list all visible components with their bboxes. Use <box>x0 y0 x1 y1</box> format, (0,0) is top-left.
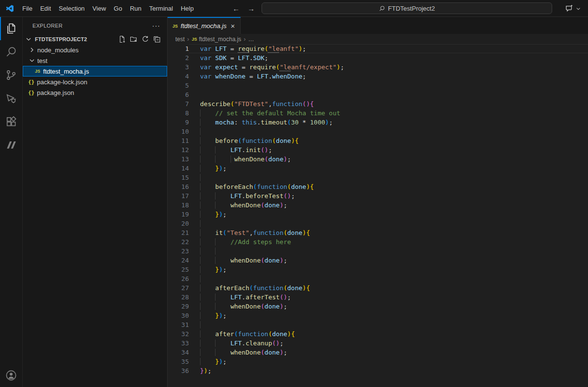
code-line-32[interactable]: 32 after(function(done){ <box>168 329 588 339</box>
code-line-17[interactable]: 17 LFT.beforeTest(); <box>168 191 588 201</box>
code-line-text: LFT.cleanup(); <box>189 339 588 348</box>
code-line-21[interactable]: 21 it("Test",function(done){ <box>168 228 588 237</box>
tree-item-test[interactable]: test <box>23 55 167 66</box>
code-line-text: after(function(done){ <box>189 329 588 339</box>
code-line-8[interactable]: 8 // set the default Mocha time out <box>168 108 588 118</box>
code-line-24[interactable]: 24 whenDone(done); <box>168 256 588 265</box>
line-number: 30 <box>168 311 189 320</box>
line-number: 18 <box>168 201 189 210</box>
menu-selection[interactable]: Selection <box>55 5 88 12</box>
code-line-12[interactable]: 12 LFT.init(); <box>168 145 588 155</box>
code-line-25[interactable]: 25 }); <box>168 265 588 274</box>
more-actions-icon[interactable]: ··· <box>152 23 160 28</box>
code-line-3[interactable]: 3var expect = require("leanft/expect"); <box>168 62 588 72</box>
code-line-5[interactable]: 5 <box>168 81 588 90</box>
nav-forward-icon[interactable]: → <box>248 4 255 13</box>
code-line-text: var SDK = LFT.SDK; <box>189 53 588 62</box>
chevron-right-icon <box>28 46 36 54</box>
code-line-30[interactable]: 30 }); <box>168 311 588 320</box>
code-line-text: // set the default Mocha time out <box>189 108 588 118</box>
close-icon[interactable]: × <box>229 22 236 30</box>
line-number: 8 <box>168 108 189 118</box>
menu-edit[interactable]: Edit <box>36 5 55 12</box>
json-file-icon: {} <box>28 79 34 85</box>
code-line-16[interactable]: 16 beforeEach(function(done){ <box>168 182 588 191</box>
nav-back-icon[interactable]: ← <box>232 4 240 13</box>
menu-view[interactable]: View <box>89 5 110 12</box>
code-line-26[interactable]: 26 <box>168 274 588 283</box>
code-line-10[interactable]: 10 <box>168 127 588 136</box>
code-line-34[interactable]: 34 whenDone(done); <box>168 348 588 357</box>
tree-item-label: ftdtest_mocha.js <box>43 68 89 75</box>
activity-run-debug[interactable] <box>0 87 22 110</box>
menu-file[interactable]: File <box>18 5 36 12</box>
code-line-1[interactable]: 1var LFT = require("leanft"); <box>168 44 588 53</box>
code-line-9[interactable]: 9 mocha: this.timeout(30 * 1000); <box>168 118 588 127</box>
breadcrumb-item-2[interactable]: JSftdtest_mocha.js <box>192 36 241 43</box>
activity-custom-extension[interactable] <box>0 133 22 156</box>
collapse-all-icon[interactable] <box>153 35 161 43</box>
line-number: 21 <box>168 228 189 237</box>
code-line-text <box>189 274 588 283</box>
code-line-14[interactable]: 14 }); <box>168 164 588 173</box>
activity-source-control[interactable] <box>0 63 22 87</box>
code-line-33[interactable]: 33 LFT.cleanup(); <box>168 339 588 348</box>
tree-item-package-json[interactable]: {}package.json <box>23 87 167 98</box>
code-line-23[interactable]: 23 <box>168 247 588 256</box>
code-line-text: afterEach(function(done){ <box>189 283 588 293</box>
vscode-logo-icon <box>6 4 14 13</box>
code-line-22[interactable]: 22 //Add steps here <box>168 237 588 247</box>
line-number: 22 <box>168 237 189 247</box>
line-number: 19 <box>168 210 189 219</box>
tree-item-package-lock-json[interactable]: {}package-lock.json <box>23 77 167 87</box>
activity-search[interactable] <box>0 40 22 63</box>
code-line-18[interactable]: 18 whenDone(done); <box>168 201 588 210</box>
code-editor[interactable]: 1var LFT = require("leanft");2var SDK = … <box>168 44 588 387</box>
code-line-text: whenDone(done); <box>189 348 588 357</box>
activity-extensions[interactable] <box>0 110 22 133</box>
code-line-36[interactable]: 36}); <box>168 366 588 375</box>
activity-explorer[interactable] <box>0 17 22 40</box>
menu-help[interactable]: Help <box>177 5 198 12</box>
activity-accounts[interactable] <box>0 364 22 387</box>
refresh-icon[interactable] <box>141 35 149 43</box>
code-line-text: }); <box>189 210 588 219</box>
tab-ftdtest-mocha[interactable]: JS ftdtest_mocha.js × <box>168 17 241 34</box>
line-number: 32 <box>168 329 189 339</box>
code-line-31[interactable]: 31 <box>168 320 588 329</box>
command-center-search[interactable]: FTDTestProject2 <box>262 2 552 14</box>
copilot-chat-icon[interactable] <box>565 4 573 13</box>
chevron-down-icon[interactable] <box>575 6 581 12</box>
new-folder-icon[interactable] <box>130 35 138 43</box>
activity-bar <box>0 17 23 387</box>
breadcrumb-item-3[interactable]: … <box>248 36 254 43</box>
code-line-2[interactable]: 2var SDK = LFT.SDK; <box>168 53 588 62</box>
code-line-35[interactable]: 35 }); <box>168 357 588 366</box>
code-line-text: whenDone(done); <box>189 155 588 164</box>
code-line-7[interactable]: 7describe("FTDTest",function(){ <box>168 99 588 108</box>
explorer-section-header[interactable]: FTDTESTPROJECT2 <box>23 34 167 45</box>
code-line-13[interactable]: 13 whenDone(done); <box>168 155 588 164</box>
explorer-actions <box>118 35 161 43</box>
code-line-27[interactable]: 27 afterEach(function(done){ <box>168 283 588 293</box>
titlebar-right-actions <box>565 0 581 17</box>
code-line-19[interactable]: 19 }); <box>168 210 588 219</box>
tree-item-ftdtest-mocha-js[interactable]: JSftdtest_mocha.js <box>23 66 167 77</box>
chevron-down-icon <box>28 57 36 64</box>
line-number: 5 <box>168 81 189 90</box>
code-line-15[interactable]: 15 <box>168 173 588 182</box>
code-line-4[interactable]: 4var whenDone = LFT.whenDone; <box>168 72 588 81</box>
menu-go[interactable]: Go <box>110 5 126 12</box>
menu-terminal[interactable]: Terminal <box>145 5 177 12</box>
menu-run[interactable]: Run <box>126 5 145 12</box>
sidebar-explorer: EXPLORER ··· FTDTESTPROJECT2 <box>23 17 168 387</box>
new-file-icon[interactable] <box>118 35 126 43</box>
code-line-20[interactable]: 20 <box>168 219 588 228</box>
code-line-29[interactable]: 29 whenDone(done); <box>168 302 588 311</box>
tree-item-node-modules[interactable]: node_modules <box>23 45 167 55</box>
code-line-6[interactable]: 6 <box>168 90 588 99</box>
code-line-11[interactable]: 11 before(function(done){ <box>168 136 588 145</box>
code-line-28[interactable]: 28 LFT.afterTest(); <box>168 293 588 302</box>
breadcrumb-item-1[interactable]: test <box>175 36 185 43</box>
code-line-text: }); <box>189 366 588 375</box>
